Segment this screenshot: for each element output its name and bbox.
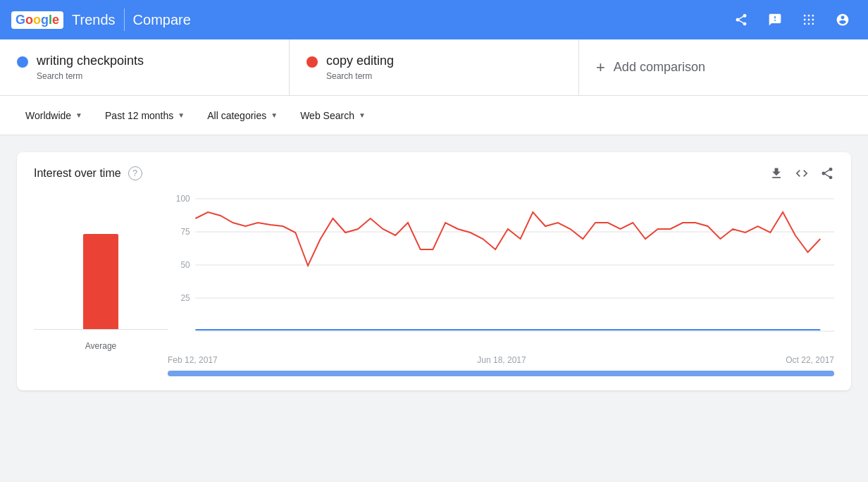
google-logo: Google [11, 11, 63, 29]
add-comparison-button[interactable]: + Add comparison [579, 39, 868, 95]
term1-info: writing checkpoints Search term [37, 54, 144, 81]
header-divider [124, 8, 125, 31]
chart-header: Interest over time ? [17, 152, 851, 192]
line-chart: 100 75 50 25 [168, 192, 834, 347]
chart-title: Interest over time [34, 167, 121, 180]
share-chart-button[interactable] [820, 166, 834, 180]
filter-time-arrow: ▼ [178, 111, 185, 119]
line-chart-section: 100 75 50 25 Feb 12, 2017 Jun 18, 2017 O… [168, 192, 834, 376]
search-term-1[interactable]: writing checkpoints Search term [0, 39, 290, 95]
average-bar [83, 234, 118, 329]
main-content: Interest over time ? [0, 135, 868, 407]
apps-button[interactable] [795, 6, 823, 34]
average-bar-container [80, 202, 122, 329]
svg-text:25: 25 [180, 293, 190, 303]
chart-body: Average 100 75 50 25 [17, 192, 851, 390]
x-label-1: Feb 12, 2017 [168, 355, 218, 365]
chart-scrollbar[interactable] [168, 371, 834, 376]
x-axis-labels: Feb 12, 2017 Jun 18, 2017 Oct 22, 2017 [168, 350, 834, 365]
account-button[interactable] [829, 6, 857, 34]
filter-time[interactable]: Past 12 months ▼ [97, 104, 193, 127]
svg-text:50: 50 [180, 260, 190, 270]
filter-time-label: Past 12 months [105, 110, 173, 121]
search-term-2[interactable]: copy editing Search term [290, 39, 579, 95]
bar-axis-line [34, 329, 168, 330]
term2-type: Search term [326, 71, 394, 81]
header-left: Google Trends Compare [11, 8, 191, 31]
search-terms-bar: writing checkpoints Search term copy edi… [0, 39, 868, 96]
app-header: Google Trends Compare [0, 0, 868, 39]
chart-actions [769, 166, 834, 180]
term1-dot [17, 56, 28, 68]
filter-category-arrow: ▼ [271, 111, 278, 119]
header-app-name: Compare [133, 12, 191, 28]
term2-dot [306, 56, 318, 68]
feedback-button[interactable] [761, 6, 789, 34]
logo-trends-text: Trends [72, 12, 116, 28]
filter-category[interactable]: All categories ▼ [199, 104, 286, 127]
x-label-2: Jun 18, 2017 [477, 355, 526, 365]
average-label: Average [85, 341, 116, 351]
average-bar-section: Average [34, 192, 168, 376]
svg-text:75: 75 [180, 227, 190, 237]
header-icons [727, 6, 857, 34]
term2-info: copy editing Search term [326, 54, 394, 81]
term1-name: writing checkpoints [37, 54, 144, 68]
filter-search-type-label: Web Search [300, 110, 354, 121]
filter-region-arrow: ▼ [75, 111, 82, 119]
filter-region-label: Worldwide [25, 110, 71, 121]
scrollbar-thumb [168, 371, 834, 376]
chart-title-area: Interest over time ? [34, 166, 142, 180]
filter-search-type-arrow: ▼ [359, 111, 366, 119]
interest-over-time-card: Interest over time ? [17, 152, 851, 390]
x-label-3: Oct 22, 2017 [786, 355, 834, 365]
term1-type: Search term [37, 71, 144, 81]
embed-button[interactable] [795, 166, 809, 180]
filter-search-type[interactable]: Web Search ▼ [292, 104, 374, 127]
filter-bar: Worldwide ▼ Past 12 months ▼ All categor… [0, 96, 868, 135]
term2-name: copy editing [326, 54, 394, 68]
filter-category-label: All categories [207, 110, 266, 121]
add-icon: + [596, 58, 605, 77]
share-header-button[interactable] [727, 6, 755, 34]
svg-text:100: 100 [176, 194, 190, 204]
filter-region[interactable]: Worldwide ▼ [17, 104, 91, 127]
help-icon[interactable]: ? [128, 166, 142, 180]
download-button[interactable] [769, 166, 783, 180]
add-comparison-label: Add comparison [614, 60, 705, 75]
